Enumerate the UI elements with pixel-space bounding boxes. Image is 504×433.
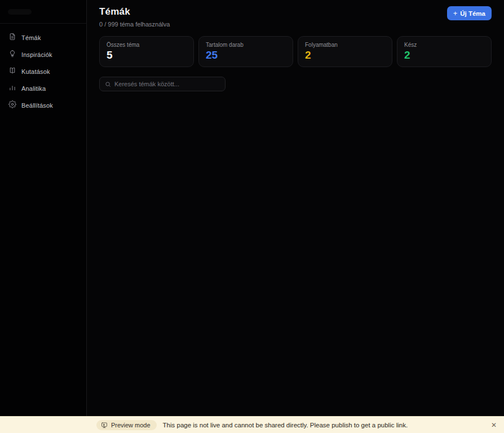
new-topic-button[interactable]: + Új Téma — [447, 6, 492, 20]
lightbulb-icon — [8, 50, 16, 60]
logo-mark — [8, 9, 32, 15]
search-input[interactable] — [114, 81, 220, 87]
preview-mode-label: Preview mode — [111, 422, 151, 428]
sidebar-item-label: Analitika — [21, 85, 46, 92]
page-title: Témák — [99, 6, 170, 17]
stat-value: 2 — [305, 49, 385, 61]
stat-value: 2 — [404, 49, 484, 61]
sidebar: Témák Inspirációk Kutatások Analitika Be… — [0, 0, 87, 433]
sidebar-item-label: Beállítások — [21, 102, 53, 109]
gear-icon — [8, 100, 16, 111]
sidebar-item-label: Kutatások — [21, 68, 50, 75]
main-content: Témák 0 / 999 téma felhasználva + Új Tém… — [87, 0, 504, 433]
sidebar-item-label: Témák — [21, 34, 41, 41]
stat-label: Folyamatban — [305, 42, 385, 48]
sidebar-item-analitika[interactable]: Analitika — [0, 80, 86, 97]
app-logo — [0, 0, 86, 24]
stat-card: Összes téma 5 — [99, 36, 194, 67]
stat-value: 25 — [206, 49, 286, 61]
preview-banner: Preview mode This page is not live and c… — [0, 416, 504, 433]
sidebar-item-inspiraciok[interactable]: Inspirációk — [0, 46, 86, 63]
document-icon — [8, 33, 16, 43]
sidebar-item-label: Inspirációk — [21, 51, 52, 58]
stats-row: Összes téma 5 Tartalom darab 25 Folyamat… — [99, 36, 492, 67]
book-icon — [8, 67, 16, 77]
sidebar-item-temak[interactable]: Témák — [0, 29, 86, 46]
search-icon — [105, 81, 111, 87]
stat-label: Tartalom darab — [206, 42, 286, 48]
banner-message: This page is not live and cannot be shar… — [163, 422, 408, 428]
new-topic-button-label: Új Téma — [460, 10, 485, 17]
stat-value: 5 — [107, 49, 187, 61]
sidebar-item-beallitasok[interactable]: Beállítások — [0, 97, 86, 114]
search-box — [99, 77, 226, 91]
stat-label: Kész — [404, 42, 484, 48]
filter-row — [99, 77, 492, 91]
plus-icon: + — [453, 10, 458, 17]
banner-close-icon[interactable]: ✕ — [491, 421, 497, 429]
page-header: Témák 0 / 999 téma felhasználva + Új Tém… — [99, 6, 492, 28]
sidebar-item-kutatasok[interactable]: Kutatások — [0, 63, 86, 80]
preview-mode-pill: Preview mode — [96, 420, 157, 430]
sidebar-nav: Témák Inspirációk Kutatások Analitika Be… — [0, 24, 86, 114]
stat-card: Kész 2 — [397, 36, 492, 67]
bar-chart-icon — [8, 83, 16, 94]
usage-counter: 0 / 999 téma felhasználva — [99, 21, 170, 28]
stat-label: Összes téma — [107, 42, 187, 48]
monitor-play-icon — [101, 422, 108, 428]
app-window: Témák Inspirációk Kutatások Analitika Be… — [0, 0, 504, 433]
stat-card: Tartalom darab 25 — [198, 36, 293, 67]
stat-card: Folyamatban 2 — [298, 36, 392, 67]
